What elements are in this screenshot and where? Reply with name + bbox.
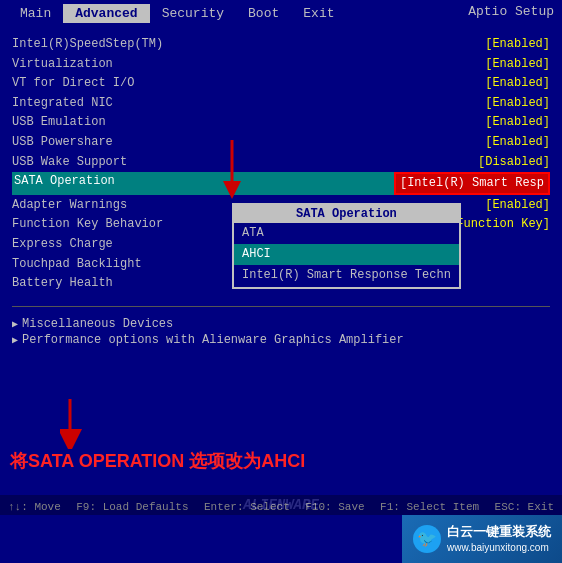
annotation-text: 将SATA OPERATION 选项改为AHCI [10,399,552,473]
perf-options-label: Performance options with Alienware Graph… [22,333,404,347]
triangle-icon: ▶ [12,318,18,330]
app-title: Aptio Setup [468,4,554,19]
setting-integrated-nic: Integrated NIC [Enabled] [12,94,550,113]
menu-advanced[interactable]: Advanced [63,4,149,23]
twitter-icon: 🐦 [413,525,441,553]
perf-options-item[interactable]: ▶ Performance options with Alienware Gra… [12,333,550,347]
setting-usb-emulation: USB Emulation [Enabled] [12,113,550,132]
sata-dropdown-title: SATA Operation [234,205,459,223]
watermark-title: 白云一键重装系统 [447,523,551,541]
watermark-url: www.baiyunxitong.com [447,541,551,555]
bios-screen: Aptio Setup Main Advanced Security Boot … [0,0,562,563]
divider [12,306,550,307]
misc-devices-item[interactable]: ▶ Miscellaneous Devices [12,317,550,331]
setting-vt-direct: VT for Direct I/O [Enabled] [12,74,550,93]
annotation-label: 将SATA OPERATION 选项改为AHCI [10,451,305,471]
setting-speedstep: Intel(R)SpeedStep(TM) [Enabled] [12,35,550,54]
menu-main[interactable]: Main [8,4,63,23]
sata-option-ata[interactable]: ATA [234,223,459,244]
triangle-icon-2: ▶ [12,334,18,346]
settings-area: Intel(R)SpeedStep(TM) [Enabled] Virtuali… [0,27,562,302]
watermark: 🐦 白云一键重装系统 www.baiyunxitong.com [402,515,562,563]
sata-operation-dropdown: SATA Operation ATA AHCI Intel(R) Smart R… [232,203,461,289]
arrow-down-icon [202,140,282,200]
sata-option-intel-smart[interactable]: Intel(R) Smart Response Techn [234,265,459,286]
annotation-arrow-icon [60,399,120,449]
sata-option-ahci[interactable]: AHCI [234,244,459,265]
alienware-bar: ALIENWARE [0,495,562,515]
menu-exit[interactable]: Exit [291,4,346,23]
menu-security[interactable]: Security [150,4,236,23]
menu-bar: Aptio Setup Main Advanced Security Boot … [0,0,562,27]
misc-devices-label: Miscellaneous Devices [22,317,173,331]
setting-virtualization: Virtualization [Enabled] [12,55,550,74]
menu-boot[interactable]: Boot [236,4,291,23]
misc-section: ▶ Miscellaneous Devices ▶ Performance op… [0,311,562,355]
